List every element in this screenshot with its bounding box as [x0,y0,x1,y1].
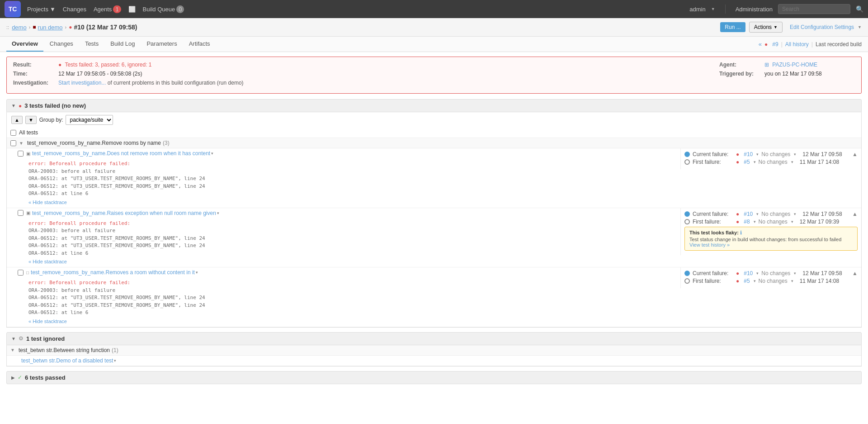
tab-parameters[interactable]: Parameters [141,37,182,52]
first-failure-row: First failure: ● #5 ▾ No changes ▾ 11 Ma… [684,159,858,165]
projects-menu[interactable]: Projects ▼ [27,6,56,13]
test-expand-icon[interactable]: ▣ [26,151,30,156]
hide-stacktrace-link-1[interactable]: « Hide stacktrace [7,200,680,208]
test-checkbox[interactable] [18,270,24,276]
current-failure-label: Current failure: [693,151,733,157]
error-block: error: Beforeall procedure failed: ORA-2… [7,158,680,200]
build-nav-link[interactable]: #9 [772,41,778,48]
administration-label[interactable]: Administration [736,6,773,13]
nav-separator [725,5,726,14]
current-radio[interactable] [684,152,690,157]
tab-changes[interactable]: Changes [44,37,79,52]
result-label: Result: [13,62,58,68]
no-changes-label: No changes [761,211,790,217]
build-dropdown-icon[interactable]: ▾ [756,152,759,157]
window-icon[interactable]: ⬜ [128,6,136,13]
breadcrumb-build-number: #10 (12 Mar 17 09:58) [74,24,137,31]
first-build-link[interactable]: #5 [744,159,750,165]
current-date: 12 Mar 17 09:58 [802,151,842,157]
triggered-label: Triggered by: [719,71,764,77]
triggered-value: you on 12 Mar 17 09:58 [764,71,855,77]
current-build-link[interactable]: #10 [744,151,753,157]
breadcrumb-demo[interactable]: demo [12,24,27,31]
group-expand-icon[interactable]: ▼ [19,141,24,146]
run-button[interactable]: Run ... [720,22,745,32]
test-name-link[interactable]: test_remove_rooms_by_name.Raises excepti… [32,210,216,216]
breadcrumb-actions: Run ... Actions ▼ Edit Configuration Set… [720,22,862,33]
test-item-right: Current failure: ● #10 ▾ No changes ▾ 12… [680,267,861,288]
search-icon[interactable]: 🔍 [856,5,863,13]
admin-label: admin [689,6,705,13]
ignored-group-expand-icon[interactable]: ▼ [10,348,15,353]
collapse-test-icon[interactable]: ▲ [852,211,858,217]
first-radio[interactable] [684,278,690,284]
test-expand-icon[interactable]: ▣ [26,210,30,215]
agents-nav[interactable]: Agents 1 [94,5,121,13]
passed-title: 6 tests passed [25,374,66,381]
test-checkbox[interactable] [18,151,24,157]
test-group-name: test_remove_rooms_by_name.Remove rooms b… [27,140,161,146]
first-no-changes: No changes [759,278,788,284]
first-radio[interactable] [684,219,690,224]
actions-arrow-icon: ▼ [774,25,778,29]
test-name-link[interactable]: test_remove_rooms_by_name.Does not remov… [32,150,210,157]
expand-all-button[interactable]: ▲ [11,116,23,124]
actions-button[interactable]: Actions ▼ [749,22,783,33]
first-radio[interactable] [684,159,690,165]
investigation-label: Investigation: [13,80,58,86]
hide-stacktrace-link-3[interactable]: « Hide stacktrace [7,319,680,327]
main-content: Result: ● Tests failed: 3, passed: 6, ig… [0,52,868,389]
ignored-test-item: test_betwn str.Demo of a disabled test ▾ [7,356,861,366]
ignored-test-link[interactable]: test_betwn str.Demo of a disabled test [21,357,113,364]
test-item-header: ▣ test_remove_rooms_by_name.Does not rem… [7,148,680,158]
hide-stacktrace-link-2[interactable]: « Hide stacktrace [7,259,680,267]
test-item-left: □ test_remove_rooms_by_name.Removes a ro… [7,267,680,327]
test-item-right: Current failure: ● #10 ▾ No changes ▾ 12… [680,148,861,169]
stop-icon: ■ [33,24,36,30]
all-history-link[interactable]: All history [785,41,809,48]
current-build-link[interactable]: #10 [744,270,753,276]
current-radio[interactable] [684,211,690,217]
build-queue-nav[interactable]: Build Queue 0 [143,5,184,13]
collapse-test-icon[interactable]: ▲ [852,270,858,276]
breadcrumb-run-demo[interactable]: run demo [38,24,63,31]
failed-icon: ● [19,103,22,109]
test-dropdown-icon[interactable]: ▾ [217,211,219,215]
current-build-link[interactable]: #10 [744,211,753,217]
last-recorded-label: Last recorded build [816,41,862,48]
prev-builds-icon[interactable]: « [759,41,762,48]
first-build-link[interactable]: #8 [744,219,750,225]
edit-config-link[interactable]: Edit Configuration Settings [790,24,854,30]
top-nav-right: admin ▼ Administration 🔍 [689,4,863,14]
group-checkbox[interactable] [10,140,16,146]
collapse-all-button[interactable]: ▼ [25,116,37,124]
tab-overview[interactable]: Overview [6,37,43,52]
tab-build-log[interactable]: Build Log [105,37,140,52]
test-dropdown-icon[interactable]: ▾ [196,270,198,275]
tab-tests[interactable]: Tests [80,37,104,52]
ignored-test-dropdown-icon[interactable]: ▾ [114,358,116,363]
first-build-link[interactable]: #5 [744,278,750,284]
projects-label: Projects [27,6,48,13]
search-input[interactable] [778,4,850,14]
test-checkbox[interactable] [18,210,24,216]
test-expand-icon[interactable]: □ [26,270,29,275]
first-build-error-icon: ● [736,278,739,284]
tab-artifacts[interactable]: Artifacts [184,37,216,52]
failed-section: ▼ ● 3 tests failed (no new) ▲ ▼ Group by… [6,99,862,328]
group-by-select[interactable]: package/suite none [66,115,113,125]
changes-nav[interactable]: Changes [63,6,86,13]
agent-link[interactable]: PAZUS-PC-HOME [772,62,817,68]
result-box: Result: ● Tests failed: 3, passed: 6, ig… [6,57,862,94]
test-dropdown-icon[interactable]: ▾ [211,151,213,156]
all-tests-checkbox[interactable] [10,130,16,136]
view-test-history-link[interactable]: View test history » [689,242,730,248]
current-radio[interactable] [684,271,690,276]
passed-section-header[interactable]: ▶ ✓ 6 tests passed [6,371,862,384]
error-block: error: Beforeall procedure failed: ORA-2… [7,277,680,319]
investigate-link[interactable]: Start investigation... [58,80,106,86]
collapse-test-icon[interactable]: ▲ [852,151,858,157]
failed-section-header[interactable]: ▼ ● 3 tests failed (no new) [6,99,862,112]
test-name-link[interactable]: test_remove_rooms_by_name.Removes a room… [31,269,195,276]
ignored-section-header[interactable]: ▼ ⚙ 1 test ignored [6,332,862,345]
